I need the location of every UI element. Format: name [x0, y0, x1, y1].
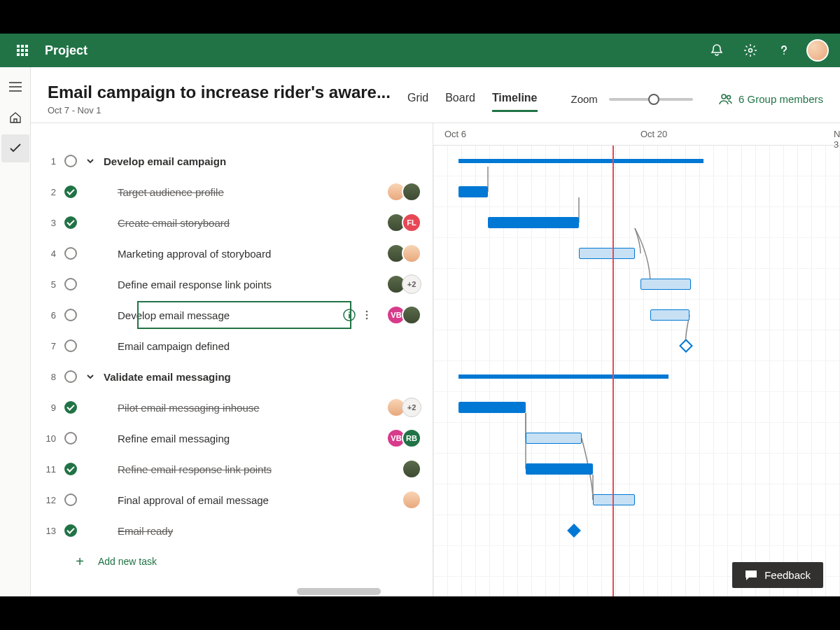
task-list: 1Develop email campaign2Target audience …	[31, 123, 433, 596]
task-name[interactable]: Define email response link points	[118, 279, 378, 290]
task-name[interactable]: Refine email response link points	[118, 463, 393, 475]
zoom-slider[interactable]	[609, 98, 693, 101]
zoom-slider-thumb[interactable]	[648, 94, 659, 105]
task-name[interactable]: Final approval of email message	[118, 494, 393, 506]
task-complete-toggle[interactable]	[64, 216, 77, 229]
gantt-bar[interactable]	[458, 186, 488, 197]
task-name[interactable]: Create email storyboard	[118, 217, 378, 229]
task-complete-toggle[interactable]	[64, 401, 77, 414]
assignee-avatar[interactable]: RB	[402, 428, 421, 448]
gantt-bar[interactable]	[458, 402, 526, 413]
task-row[interactable]: 5Define email response link points+2	[31, 269, 433, 300]
gantt-bar[interactable]	[640, 279, 691, 290]
assignee-avatar[interactable]	[402, 244, 421, 263]
task-name[interactable]: Pilot email messaging inhouse	[118, 402, 378, 414]
task-name[interactable]: Refine email messaging	[118, 433, 378, 444]
task-row[interactable]: 12Final approval of email message	[31, 484, 433, 515]
gantt-bar[interactable]	[526, 433, 582, 444]
bell-icon	[710, 43, 724, 57]
assignee-avatar[interactable]	[402, 305, 421, 325]
task-complete-toggle[interactable]	[64, 370, 77, 383]
gantt-bar[interactable]	[488, 217, 579, 228]
task-expand-chevron[interactable]	[85, 158, 95, 164]
titlebar: Project	[0, 34, 840, 67]
help-icon	[777, 43, 791, 57]
gantt-bar[interactable]	[579, 248, 635, 259]
task-row[interactable]: 11Refine email response link points	[31, 454, 433, 484]
nav-menu-button[interactable]	[1, 73, 29, 101]
task-name[interactable]: Develop email campaign	[104, 155, 433, 167]
task-complete-toggle[interactable]	[64, 340, 77, 352]
more-icon[interactable]	[361, 309, 372, 321]
task-complete-toggle[interactable]	[64, 463, 77, 475]
task-row[interactable]: 2Target audience profile	[31, 176, 433, 207]
task-name[interactable]: Email ready	[118, 525, 433, 537]
gantt-bar[interactable]	[458, 159, 704, 163]
task-name[interactable]: Develop email message	[118, 309, 335, 321]
feedback-button[interactable]: Feedback	[732, 562, 823, 588]
task-assignees[interactable]	[386, 182, 421, 202]
task-row[interactable]: 4Marketing approval of storyboard	[31, 238, 433, 269]
task-assignees[interactable]: VB	[386, 305, 421, 325]
task-name[interactable]: Target audience profile	[118, 186, 378, 198]
task-assignees[interactable]	[402, 459, 421, 479]
task-assignees[interactable]	[402, 490, 421, 510]
assignee-avatar[interactable]	[402, 459, 421, 479]
task-complete-toggle[interactable]	[64, 278, 77, 290]
nav-home-button[interactable]	[1, 104, 29, 132]
hamburger-icon	[9, 82, 22, 92]
task-number: 12	[39, 495, 56, 505]
assignee-avatar[interactable]	[402, 182, 421, 202]
project-title[interactable]: Email campaign to increase rider's aware…	[48, 83, 391, 102]
tab-timeline[interactable]: Timeline	[492, 86, 538, 112]
task-row[interactable]: 8Validate email messaging	[31, 361, 433, 392]
project-date-range: Oct 7 - Nov 1	[48, 105, 391, 115]
gantt-bar[interactable]	[650, 309, 690, 321]
task-complete-toggle[interactable]	[64, 493, 77, 506]
task-row[interactable]: 10Refine email messagingVBRB	[31, 423, 433, 454]
task-name[interactable]: Validate email messaging	[104, 371, 433, 383]
svg-point-5	[366, 314, 368, 316]
assignee-overflow[interactable]: +2	[402, 398, 421, 417]
task-assignees[interactable]: VBRB	[386, 428, 421, 448]
task-complete-toggle[interactable]	[64, 524, 77, 537]
tab-grid[interactable]: Grid	[407, 86, 428, 112]
task-row[interactable]: 7Email campaign defined	[31, 330, 433, 361]
tab-board[interactable]: Board	[445, 86, 475, 112]
task-assignees[interactable]: +2	[386, 274, 421, 294]
task-row[interactable]: 13Email ready	[31, 515, 433, 546]
gantt-bar[interactable]	[593, 494, 635, 505]
add-task-button[interactable]: +Add new task	[31, 546, 433, 577]
task-row[interactable]: 3Create email storyboardFL	[31, 207, 433, 238]
assignee-avatar[interactable]: FL	[402, 213, 421, 232]
assignee-overflow[interactable]: +2	[402, 274, 421, 294]
task-row[interactable]: 6Develop email messageVB	[31, 300, 433, 330]
task-assignees[interactable]: FL	[386, 213, 421, 232]
settings-button[interactable]	[734, 34, 767, 67]
task-row[interactable]: 1Develop email campaign	[31, 146, 433, 176]
task-complete-toggle[interactable]	[64, 247, 77, 260]
group-members-button[interactable]: 6 Group members	[719, 93, 823, 106]
horizontal-scrollbar[interactable]	[297, 588, 381, 595]
task-expand-chevron[interactable]	[85, 373, 95, 380]
task-name[interactable]: Marketing approval of storyboard	[118, 248, 378, 260]
task-complete-toggle[interactable]	[64, 155, 77, 167]
task-complete-toggle[interactable]	[64, 186, 77, 198]
nav-tasks-button[interactable]	[1, 134, 29, 162]
help-button[interactable]	[767, 34, 801, 67]
svg-point-6	[366, 318, 368, 320]
task-complete-toggle[interactable]	[64, 432, 77, 444]
gantt-bar[interactable]	[458, 374, 668, 379]
task-row[interactable]: 9Pilot email messaging inhouse+2	[31, 392, 433, 423]
task-assignees[interactable]	[386, 244, 421, 263]
assignee-avatar[interactable]	[402, 490, 421, 510]
gantt-chart[interactable]: Oct 6 Oct 20 Nov 3	[433, 123, 840, 596]
user-avatar[interactable]	[806, 39, 829, 62]
app-launcher-button[interactable]	[6, 34, 39, 67]
notifications-button[interactable]	[700, 34, 734, 67]
task-name[interactable]: Email campaign defined	[118, 340, 433, 352]
task-complete-toggle[interactable]	[64, 309, 77, 321]
info-icon[interactable]	[343, 309, 356, 321]
task-assignees[interactable]: +2	[386, 398, 421, 417]
gantt-bar[interactable]	[526, 463, 593, 475]
